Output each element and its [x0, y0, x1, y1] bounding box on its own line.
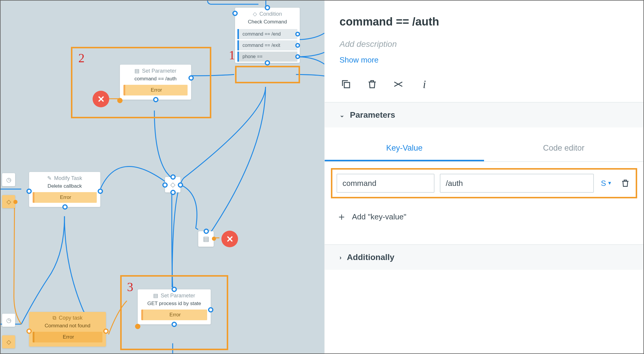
tabs: Key-Value Code editor: [325, 136, 643, 162]
delete-row-button[interactable]: [619, 177, 632, 189]
pencil-icon: ✎: [47, 175, 52, 181]
diamond-icon: ◇: [170, 181, 175, 189]
highlight-1: [235, 66, 300, 83]
node-type: ✎ Modify Task: [29, 172, 100, 183]
clock-icon: ◷: [6, 317, 11, 324]
annotation-3: 3: [127, 280, 133, 294]
node-error: Error: [33, 192, 97, 203]
mini-node[interactable]: ◇: [2, 335, 15, 348]
port[interactable]: [212, 237, 216, 241]
node-title: Check Command: [235, 18, 300, 28]
panel-header: command == /auth Add description Show mo…: [325, 1, 643, 68]
section-parameters[interactable]: ⌄ Parameters: [325, 102, 643, 127]
port[interactable]: [204, 229, 209, 234]
tab-code-editor[interactable]: Code editor: [484, 136, 643, 161]
port[interactable]: [232, 11, 238, 16]
panel-toolbar: i: [325, 68, 643, 102]
node-type-label: Copy task: [59, 315, 83, 321]
annotation-1: 1: [229, 48, 235, 62]
port[interactable]: [265, 60, 270, 66]
add-kv-label: Add "key-value": [352, 212, 406, 221]
node-modify-task[interactable]: ✎ Modify Task Delete callback Error: [29, 172, 100, 207]
highlight-kv: S▼: [331, 168, 637, 198]
port[interactable]: [98, 189, 103, 194]
mini-node[interactable]: ◷: [2, 314, 15, 327]
svg-rect-0: [344, 82, 350, 88]
section-additionally[interactable]: › Additionally: [325, 244, 643, 270]
port[interactable]: [13, 200, 18, 204]
port[interactable]: [26, 329, 32, 334]
details-panel: command == /auth Add description Show mo…: [324, 1, 643, 353]
close-icon: ✕: [226, 234, 234, 244]
port[interactable]: [62, 204, 68, 210]
chevron-right-icon: ›: [340, 254, 342, 261]
port[interactable]: [170, 190, 176, 195]
app-root: ◇ Condition Check Command command == /en…: [0, 0, 644, 354]
section-label: Parameters: [350, 110, 395, 120]
node-type-label: Condition: [259, 11, 282, 17]
port[interactable]: [178, 182, 183, 188]
info-button[interactable]: i: [418, 78, 431, 91]
node-title: Command not found: [29, 322, 106, 332]
port[interactable]: [170, 174, 176, 180]
diamond-icon: ◇: [7, 338, 11, 345]
condition-row[interactable]: command == /end: [237, 29, 297, 39]
node-type: ⧉ Copy task: [29, 312, 106, 322]
show-more-link[interactable]: Show more: [340, 55, 629, 65]
description-input[interactable]: Add description: [340, 39, 629, 49]
node-type-label: Modify Task: [54, 175, 82, 181]
condition-row[interactable]: command == /exit: [237, 40, 297, 50]
caret-down-icon: ▼: [607, 181, 612, 186]
kv-row: S▼: [337, 174, 632, 193]
plus-icon: ＋: [337, 210, 347, 224]
diamond-icon: ◇: [7, 198, 11, 205]
node-copy-task[interactable]: ⧉ Copy task Command not found Error: [29, 312, 106, 347]
panel-title: command == /auth: [340, 15, 629, 28]
clock-icon: ◷: [6, 176, 11, 183]
cut-button[interactable]: [392, 78, 405, 91]
mini-node[interactable]: ▤: [198, 231, 214, 247]
node-error: Error: [33, 332, 102, 342]
highlight-3: [120, 275, 228, 350]
router-node[interactable]: ◇: [165, 177, 180, 192]
port[interactable]: [162, 182, 168, 188]
port[interactable]: [295, 43, 300, 48]
port[interactable]: [295, 32, 300, 36]
annotation-2: 2: [78, 51, 85, 65]
type-select[interactable]: S▼: [599, 179, 614, 188]
section-label: Additionally: [347, 253, 394, 262]
port[interactable]: [295, 54, 300, 59]
node-title: Delete callback: [29, 183, 100, 192]
port[interactable]: [265, 5, 270, 10]
delete-button[interactable]: [366, 78, 379, 91]
params-body: S▼: [325, 162, 643, 199]
box-icon: ▤: [203, 235, 209, 243]
copy-button[interactable]: [340, 78, 353, 91]
highlight-2: [71, 47, 211, 118]
mini-node[interactable]: ◷: [2, 173, 15, 186]
port[interactable]: [103, 329, 109, 334]
diamond-icon: ◇: [253, 11, 257, 17]
tab-key-value[interactable]: Key-Value: [325, 136, 484, 161]
port[interactable]: [26, 189, 32, 194]
kv-value-input[interactable]: [440, 174, 594, 193]
copy-icon: ⧉: [53, 315, 56, 321]
add-key-value-button[interactable]: ＋ Add "key-value": [325, 199, 643, 241]
flow-canvas[interactable]: ◇ Condition Check Command command == /en…: [1, 1, 324, 353]
mini-node[interactable]: ◇: [2, 195, 15, 208]
error-badge[interactable]: ✕: [221, 231, 238, 247]
chevron-down-icon: ⌄: [340, 111, 345, 119]
node-condition[interactable]: ◇ Condition Check Command command == /en…: [235, 8, 300, 63]
kv-key-input[interactable]: [337, 174, 434, 193]
